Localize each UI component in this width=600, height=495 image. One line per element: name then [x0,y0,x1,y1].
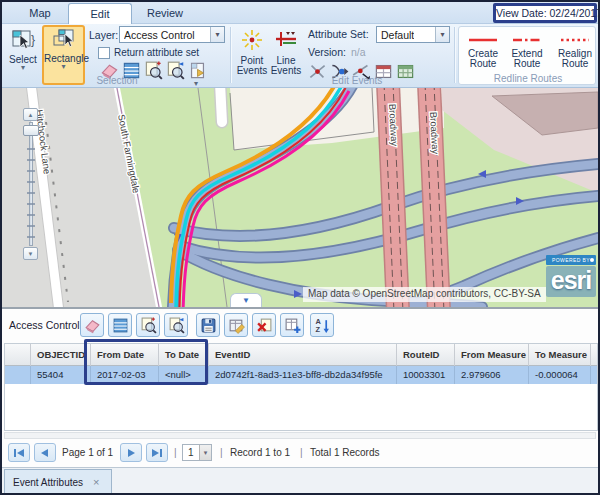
layer-dropdown[interactable]: Access Control ▾ [119,26,225,43]
cell-to-measure: -0.000064 [529,366,591,384]
column-header-access[interactable]: Access [591,344,598,366]
svg-text:}: } [31,33,35,47]
record-range-text: Record 1 to 1 [230,447,290,458]
rectangle-select-icon [51,28,77,50]
zoom-to-record-button[interactable] [136,313,160,337]
layer-dropdown-arrow-icon[interactable]: ▾ [210,27,224,42]
tab-edit[interactable]: Edit [68,3,132,24]
separator: | [220,447,223,458]
cell-routeid: 10003301 [397,366,455,384]
extend-route-button[interactable]: Extend Route [507,31,547,73]
previous-page-button[interactable] [34,443,56,462]
column-header-eventid[interactable]: EventID [209,344,397,366]
select-caret-icon: ▾ [8,65,38,71]
view-date-badge: View Date: 02/24/2017 [493,3,597,23]
redline-routes-group: Create Route Extend Route Realign Route … [458,26,596,85]
line-events-button[interactable]: Line Events [268,26,304,74]
edit-record-button[interactable] [224,313,248,337]
clear-selection-icon [84,317,101,334]
first-page-button[interactable] [8,443,30,462]
point-events-icon [240,28,264,52]
realign-route-button[interactable]: Realign Route [551,31,596,73]
layer-label: Layer: [89,29,118,41]
cell-eventid: 2d0742f1-8ad3-11e3-bff8-db2da34f95fe [209,366,397,384]
select-tool-button[interactable]: } Select ▾ [6,26,40,84]
selection-options-caret-icon: ▾ [194,81,198,87]
delete-record-button[interactable] [252,313,276,337]
create-route-icon [467,35,499,45]
esri-globe-icon [590,258,594,262]
page-select-caret-icon: ▾ [199,445,211,460]
tab-review[interactable]: Review [138,2,192,24]
pan-to-record-button[interactable] [164,313,188,337]
version-label: Version: [308,46,346,58]
separator: | [174,447,177,458]
pagination-bar: Page 1 of 1 | 1 ▾ | Record 1 to 1 | Tota… [2,441,598,467]
save-button[interactable] [196,313,220,337]
last-page-icon [151,448,163,458]
create-route-button[interactable]: Create Route [463,31,503,73]
map-canvas: Hitchcock Lane South Farmingdale Broadwa… [2,88,598,307]
total-records-text: Total 1 Records [310,447,379,458]
map-view[interactable]: Hitchcock Lane South Farmingdale Broadwa… [2,88,598,307]
realign-route-icon [559,35,591,45]
group-divider [230,27,232,83]
sort-button[interactable]: A Z [310,313,334,337]
tab-event-attributes-label: Event Attributes [13,477,83,488]
line-events-icon [274,28,298,52]
map-zoom-slider[interactable]: ▲ ▼ [22,108,40,260]
column-header-objectid[interactable]: OBJECTID [31,344,91,366]
powered-by-label: POWERED BY [546,255,596,265]
zoom-slider-down-button[interactable]: ▼ [23,247,38,260]
layer-dropdown-value: Access Control [124,28,195,42]
zoom-slider-handle[interactable] [23,125,39,136]
delete-record-icon [256,317,273,334]
attribute-set-arrow-icon[interactable]: ▾ [435,27,449,42]
point-events-button[interactable]: Point Events [234,26,270,74]
point-events-label-2: Events [236,65,268,76]
separator: | [300,447,303,458]
page-count-text: Page 1 of 1 [62,447,113,458]
cell-access: <null> [591,366,598,384]
table-horizontal-scrollbar[interactable] [4,432,596,439]
street-label-broadway-left: Broadway [387,104,400,147]
ribbon: } Select ▾ Rectangle ▾ Layer: Access Con… [2,24,598,88]
pan-to-record-icon [168,317,185,334]
panel-collapse-button[interactable]: ▼ [230,293,262,307]
attribute-set-value: Default [381,28,414,42]
event-editor-window: Map Edit Review View Date: 02/24/2017 } … [0,0,600,495]
pan-to-selection-icon[interactable] [166,61,185,80]
cell-from-measure: 2.979606 [455,366,529,384]
page-number-select[interactable]: 1 ▾ [182,444,212,461]
zoom-slider-up-button[interactable]: ▲ [23,108,38,121]
save-icon [200,317,217,334]
return-attribute-set-label: Return attribute set [114,47,199,58]
column-header-routeid[interactable]: RouteID [397,344,455,366]
create-route-label-2: Route [465,58,501,69]
tab-map[interactable]: Map [18,2,62,24]
close-tab-icon[interactable]: × [93,476,99,488]
next-page-button[interactable] [120,443,142,462]
attribute-set-dropdown[interactable]: Default ▾ [376,26,450,43]
line-events-label-2: Events [270,65,302,76]
panel-tabstrip: Event Attributes × [2,467,598,495]
attribute-set-label: Attribute Set: [308,28,369,40]
selection-group-label: Selection [72,75,162,86]
edit-record-icon [228,317,245,334]
version-value: n/a [351,46,366,58]
return-attribute-set-checkbox[interactable] [98,47,110,59]
tab-event-attributes[interactable]: Event Attributes × [4,469,112,495]
table-header-gutter [7,344,31,366]
add-record-button[interactable] [280,313,304,337]
last-page-button[interactable] [146,443,168,462]
map-attribution: Map data © OpenStreetMap contributors, C… [303,287,546,302]
previous-page-icon [39,448,51,458]
clear-selection-button[interactable] [80,313,104,337]
selection-options-icon[interactable] [188,61,207,80]
column-header-from-measure[interactable]: From Measure [455,344,529,366]
add-record-icon [284,317,301,334]
table-view-button[interactable] [108,313,132,337]
table-rows-icon [112,317,129,334]
extend-route-label-2: Route [509,58,545,69]
column-header-to-measure[interactable]: To Measure [529,344,591,366]
